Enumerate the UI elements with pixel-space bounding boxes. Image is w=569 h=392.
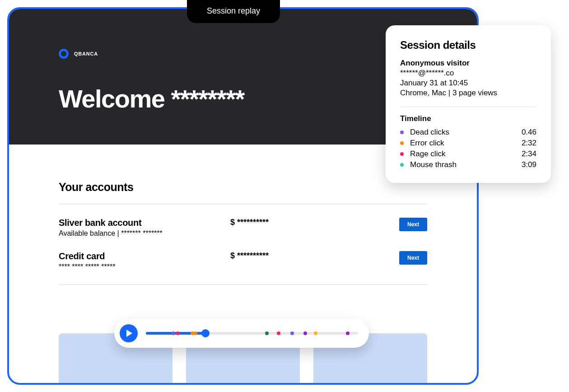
visitor-name: Anonymous visitor — [400, 59, 536, 68]
play-button[interactable] — [120, 324, 138, 342]
next-button[interactable]: Next — [399, 218, 427, 231]
timeline-event[interactable]: Error click2:32 — [400, 139, 536, 148]
track-marker-icon[interactable] — [172, 331, 175, 335]
session-details-card: Session details Anonymous visitor ******… — [386, 25, 551, 183]
event-time: 2:34 — [522, 149, 536, 159]
play-icon — [126, 330, 132, 337]
progress-track[interactable] — [146, 332, 358, 335]
event-time: 2:32 — [522, 139, 536, 148]
event-time: 0.46 — [522, 128, 536, 137]
event-label: Error click — [410, 139, 522, 148]
progress-thumb[interactable] — [201, 329, 210, 337]
account-amount: $ ********** — [230, 218, 269, 227]
event-dot-icon — [400, 141, 404, 145]
brand-logo: QBANCA — [59, 49, 427, 59]
timeline-event[interactable]: Dead clicks0.46 — [400, 128, 536, 137]
event-label: Rage click — [410, 149, 522, 159]
replay-player — [114, 319, 369, 348]
visitor-email: ******@******.co — [400, 69, 536, 78]
event-dot-icon — [400, 163, 404, 167]
divider — [400, 107, 536, 107]
account-row: Credit card **** **** ***** ***** $ ****… — [59, 251, 427, 271]
event-dot-icon — [400, 152, 404, 156]
divider — [59, 204, 427, 204]
event-dot-icon — [400, 131, 404, 134]
brand-name: QBANCA — [74, 51, 98, 56]
track-marker-icon[interactable] — [277, 331, 280, 335]
event-label: Dead clicks — [410, 128, 522, 137]
timeline-list: Dead clicks0.46Error click2:32Rage click… — [400, 128, 536, 169]
track-marker-icon[interactable] — [176, 331, 180, 335]
timeline-heading: Timeline — [400, 114, 536, 123]
welcome-heading: Welcome ******** — [59, 84, 427, 113]
track-marker-icon[interactable] — [265, 331, 269, 335]
account-row: Sliver bank account Available balance | … — [59, 218, 427, 238]
divider — [59, 285, 427, 285]
event-time: 3:09 — [522, 160, 536, 169]
event-label: Mouse thrash — [410, 160, 522, 169]
account-name: Sliver bank account — [59, 218, 230, 228]
accounts-heading: Your accounts — [59, 181, 427, 194]
track-marker-icon[interactable] — [290, 331, 294, 335]
session-replay-tab[interactable]: Session replay — [187, 0, 280, 23]
track-marker-icon[interactable] — [303, 331, 307, 335]
track-marker-icon[interactable] — [314, 331, 317, 335]
visitor-datetime: January 31 at 10:45 — [400, 79, 536, 88]
account-subtext: **** **** ***** ***** — [59, 263, 230, 271]
account-subtext: Available balance | ******* ******* — [59, 229, 230, 238]
track-marker-icon[interactable] — [346, 331, 350, 335]
visitor-env: Chrome, Mac | 3 page views — [400, 89, 536, 98]
account-amount: $ ********** — [230, 251, 269, 261]
next-button[interactable]: Next — [399, 251, 427, 265]
account-name: Credit card — [59, 251, 230, 261]
track-marker-icon[interactable] — [194, 331, 197, 335]
timeline-event[interactable]: Mouse thrash3:09 — [400, 160, 536, 169]
ring-icon — [59, 49, 69, 59]
timeline-event[interactable]: Rage click2:34 — [400, 149, 536, 159]
details-title: Session details — [400, 39, 536, 51]
